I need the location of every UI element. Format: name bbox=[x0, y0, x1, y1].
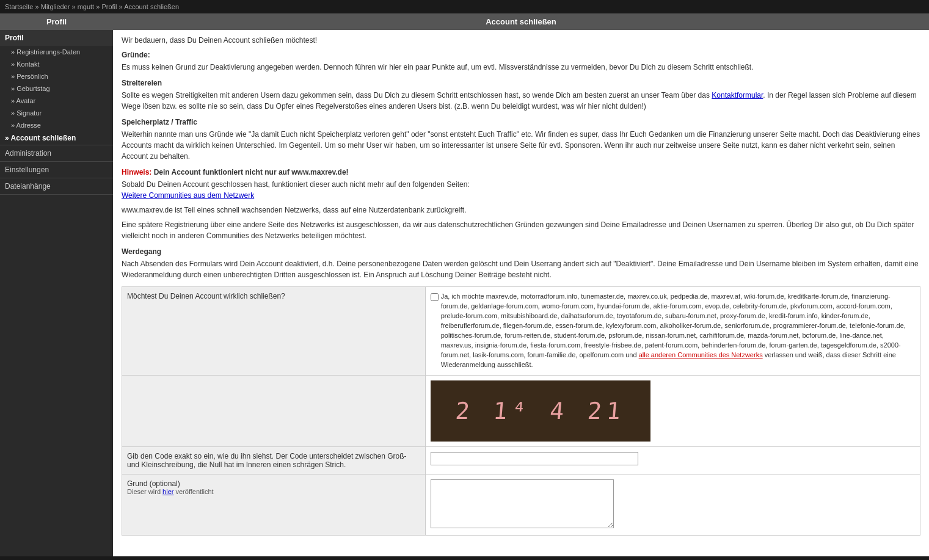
table-row-captcha-img: 2 1⁴ 4 21 bbox=[122, 375, 920, 446]
submit-row: ✓ Senden bbox=[0, 556, 929, 560]
captcha-img-value-cell: 2 1⁴ 4 21 bbox=[425, 375, 920, 446]
speicherplatz-text: Weiterhin nannte man uns Gründe wie "Ja … bbox=[122, 129, 920, 162]
table-row-grund: Grund (optional) Dieser wird hier veröff… bbox=[122, 474, 920, 535]
captcha-display: 2 1⁴ 4 21 bbox=[454, 398, 627, 424]
sidebar-section-einstellungen: Einstellungen bbox=[0, 162, 113, 178]
sidebar: Profil Profil Registrierungs-Daten Konta… bbox=[0, 13, 113, 556]
table-row-checkbox: Möchtest Du Deinen Account wirklich schl… bbox=[122, 287, 920, 376]
breadcrumb-mitglieder[interactable]: Mitglieder bbox=[41, 3, 70, 10]
sidebar-header: Profil bbox=[0, 13, 113, 30]
sidebar-administration[interactable]: Administration bbox=[0, 145, 113, 161]
checkbox-area: Ja, ich möchte maxrev.de, motorradforum.… bbox=[431, 292, 915, 370]
confirm-label: Möchtest Du Deinen Account wirklich schl… bbox=[127, 292, 285, 300]
sidebar-section-profil-title: Profil bbox=[0, 30, 113, 46]
sidebar-item-avatar[interactable]: Avatar bbox=[0, 95, 113, 107]
main-content: Account schließen Wir bedauern, dass Du … bbox=[113, 13, 929, 556]
breadcrumb: Startseite » Mitglieder » mgutt » Profil… bbox=[5, 3, 179, 10]
grund-note: Dieser wird hier veröffentlicht bbox=[127, 488, 420, 495]
netzwerk-text2: www.maxrev.de ist Teil eines schnell wac… bbox=[122, 205, 920, 216]
captcha-img-label-cell bbox=[122, 375, 426, 446]
sidebar-section-administration: Administration bbox=[0, 145, 113, 162]
streitereien-title: Streitereien bbox=[122, 79, 920, 87]
confirm-value-cell: Ja, ich möchte maxrev.de, motorradforum.… bbox=[425, 287, 920, 376]
sidebar-section-profil: Profil Registrierungs-Daten Kontakt Pers… bbox=[0, 30, 113, 145]
sidebar-item-adresse[interactable]: Adresse bbox=[0, 119, 113, 131]
grund-textarea[interactable] bbox=[431, 479, 614, 528]
captcha-input[interactable] bbox=[431, 452, 638, 465]
code-label-cell: Gib den Code exakt so ein, wie du ihn si… bbox=[122, 446, 426, 474]
sidebar-item-account-schliessen: » Account schließen bbox=[0, 131, 113, 145]
breadcrumb-startseite[interactable]: Startseite bbox=[5, 3, 33, 10]
captcha-image: 2 1⁴ 4 21 bbox=[431, 380, 650, 442]
table-row-code: Gib den Code exakt so ein, wie du ihn si… bbox=[122, 446, 920, 474]
kontaktformular-link[interactable]: Kontaktformular bbox=[712, 91, 763, 100]
sidebar-section-dateihanhaenge: Dateianhänge bbox=[0, 178, 113, 195]
intro-text: Wir bedauern, dass Du Deinen Account sch… bbox=[122, 36, 920, 45]
checkbox-label-text: Ja, ich möchte maxrev.de, motorradforum.… bbox=[441, 292, 915, 370]
hinweis-title: Hinweis: Dein Account funktioniert nicht… bbox=[122, 168, 920, 176]
werdegang-title: Werdegang bbox=[122, 247, 920, 256]
sidebar-einstellungen[interactable]: Einstellungen bbox=[0, 162, 113, 178]
grund-input-cell bbox=[425, 474, 920, 535]
breadcrumb-current: Account schließen bbox=[124, 3, 179, 10]
grund-label: Grund (optional) bbox=[127, 479, 420, 488]
confirm-label-cell: Möchtest Du Deinen Account wirklich schl… bbox=[122, 287, 426, 376]
streitereien-text: Sollte es wegen Streitigkeiten mit ander… bbox=[122, 90, 920, 112]
code-input-cell bbox=[425, 446, 920, 474]
close-account-form: Möchtest Du Deinen Account wirklich schl… bbox=[122, 286, 920, 536]
sidebar-item-registrierungsdaten[interactable]: Registrierungs-Daten bbox=[0, 46, 113, 58]
code-label: Gib den Code exakt so ein, wie du ihn si… bbox=[127, 452, 407, 469]
confirm-checkbox[interactable] bbox=[431, 293, 439, 301]
speicherplatz-title: Speicherplatz / Traffic bbox=[122, 118, 920, 126]
sidebar-dateihanhaenge[interactable]: Dateianhänge bbox=[0, 178, 113, 194]
sidebar-item-geburtstag[interactable]: Geburtstag bbox=[0, 82, 113, 95]
sidebar-item-signatur[interactable]: Signatur bbox=[0, 107, 113, 119]
grund-label-cell: Grund (optional) Dieser wird hier veröff… bbox=[122, 474, 426, 535]
netzwerk-text1: Sobald Du Deinen Account geschlossen has… bbox=[122, 179, 920, 201]
breadcrumb-profil[interactable]: Profil bbox=[101, 3, 117, 10]
breadcrumb-mgutt[interactable]: mgutt bbox=[78, 3, 95, 10]
netzwerk-text3: Eine spätere Registrierung über eine and… bbox=[122, 219, 920, 241]
hier-link[interactable]: hier bbox=[162, 488, 173, 495]
main-header: Account schließen bbox=[113, 13, 929, 30]
sidebar-item-kontakt[interactable]: Kontakt bbox=[0, 58, 113, 70]
werdegang-text: Nach Absenden des Formulars wird Dein Ac… bbox=[122, 258, 920, 280]
all-communities-link[interactable]: alle anderen Communities des Netzwerks bbox=[639, 351, 763, 358]
gruende-text: Es muss keinen Grund zur Deaktivierung a… bbox=[122, 62, 920, 73]
gruende-title: Gründe: bbox=[122, 51, 920, 59]
weitere-communities-link[interactable]: Weitere Communities aus dem Netzwerk bbox=[122, 191, 254, 200]
sidebar-item-persoenlich[interactable]: Persönlich bbox=[0, 70, 113, 82]
